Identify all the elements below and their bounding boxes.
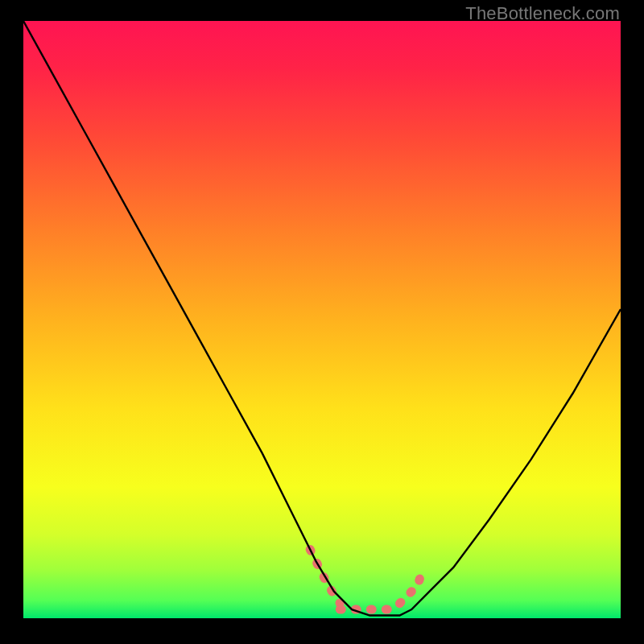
bottleneck-curve (23, 21, 621, 616)
watermark-text: TheBottleneck.com (465, 3, 620, 24)
highlight-segment-right (399, 568, 423, 604)
chart-container: TheBottleneck.com (0, 0, 644, 644)
plot-area (23, 21, 621, 621)
curve-layer (23, 21, 621, 621)
